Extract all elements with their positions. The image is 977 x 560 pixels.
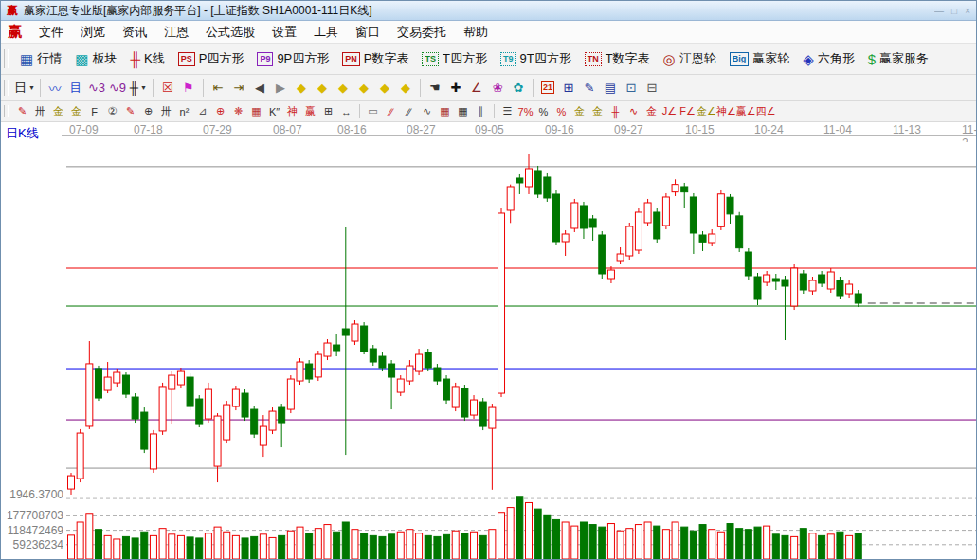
k-backtest-button[interactable]: ☒ [158, 79, 177, 97]
percent-7-button[interactable]: 7% [516, 104, 534, 119]
go-last-button[interactable]: ⇥ [229, 79, 248, 97]
notes-button[interactable]: ✎ [580, 79, 599, 97]
crosshair-button[interactable]: ✚ [446, 79, 465, 97]
j-fan-button[interactable]: J∠ [660, 104, 678, 119]
pencil-2-button[interactable]: ✎ [121, 104, 139, 119]
grid-a-button[interactable]: ▦ [436, 104, 454, 119]
shift-right-button[interactable]: ◆ [313, 79, 332, 97]
bar-tool-button[interactable]: ☰ [498, 104, 516, 119]
shen-ruler-button[interactable]: 神 [283, 104, 301, 119]
t-number-table-button[interactable]: TNT数字表 [578, 50, 657, 67]
k-mark-button[interactable]: K″ [265, 104, 283, 119]
wave-tool-button[interactable]: ∿ [418, 104, 436, 119]
globe-tool-button[interactable]: ✿ [509, 79, 528, 97]
gold-circle-button[interactable]: 金 [570, 104, 588, 119]
pencil-button[interactable]: ✎ [13, 104, 31, 119]
t-square-button[interactable]: TST四方形 [415, 50, 493, 67]
chart-type-button[interactable]: 〰 [45, 79, 64, 97]
zoom-horizontal-button[interactable]: ◆ [334, 79, 353, 97]
menu-item[interactable]: 窗口 [347, 25, 389, 39]
zoom-in-button[interactable]: ◆ [375, 79, 394, 97]
menu-item[interactable]: 浏览 [72, 25, 114, 39]
quotes-button[interactable]: ▦行情 [13, 50, 68, 67]
kline-chart[interactable]: 177708703118472469592362341946.3700 [1, 142, 977, 560]
wave-3-button[interactable]: ∿3 [87, 79, 106, 97]
angle-tool-button[interactable]: ⊿ [193, 104, 211, 119]
fan-lines-button[interactable]: ∕∕ [400, 104, 418, 119]
si-fan-button[interactable]: 四∠ [756, 104, 776, 119]
kline-button[interactable]: ╫K线 [123, 50, 171, 67]
f10-report-button[interactable]: 目 [66, 79, 85, 97]
candle-style-button[interactable]: ╫▼ [129, 79, 148, 97]
parallel-lines-button[interactable]: ∥ [472, 104, 490, 119]
wave-line-button[interactable]: ∿ [624, 104, 642, 119]
shen-fan-button[interactable]: 神∠ [716, 104, 736, 119]
gann-circle-button[interactable]: ⊕ [139, 104, 157, 119]
period-daily-button[interactable]: 日▼ [14, 79, 35, 97]
p-number-table-button[interactable]: PNP数字表 [335, 50, 415, 67]
sectors-button[interactable]: ▩板块 [68, 50, 123, 67]
gold-ruler-2-button[interactable]: 金 [67, 104, 85, 119]
wave-9-button[interactable]: ∿9 [108, 79, 127, 97]
red-fan-button[interactable]: ∕∕ [382, 104, 400, 119]
tick-ruler-button[interactable]: 卅 [157, 104, 175, 119]
span-arrows-button[interactable]: ↔ [337, 104, 355, 119]
next-bar-button[interactable]: ▶ [271, 79, 290, 97]
menu-item[interactable]: 文件 [30, 25, 72, 39]
zoom-fit-button[interactable]: ◆ [396, 79, 415, 97]
menu-item[interactable]: 工具 [305, 25, 347, 39]
menu-item[interactable]: 公式选股 [197, 25, 263, 39]
gold-fan-button[interactable]: 金∠ [697, 104, 716, 119]
volume-flag-button[interactable]: ⚑ [179, 79, 198, 97]
menu-item[interactable]: 江恩 [155, 25, 197, 39]
prev-bar-button[interactable]: ◀ [250, 79, 269, 97]
menu-item[interactable]: 设置 [263, 25, 305, 39]
ying-fan-button[interactable]: 赢∠ [736, 104, 756, 119]
flower-tool-button[interactable]: ❀ [488, 79, 507, 97]
go-first-button[interactable]: ⇤ [208, 79, 227, 97]
grid-123-button[interactable]: ⊞ [319, 104, 337, 119]
frame-tool-button[interactable]: ▭ [364, 104, 382, 119]
p-square-button[interactable]: PSP四方形 [172, 50, 251, 67]
gold-line-button[interactable]: 金 [588, 104, 606, 119]
9p-square-button[interactable]: P99P四方形 [250, 50, 335, 67]
save-button[interactable]: ▤ [601, 79, 620, 97]
kline-chart-area[interactable]: 177708703118472469592362341946.3700 [1, 142, 977, 560]
f-fan-button[interactable]: F∠ [678, 104, 697, 119]
candle-pen-button[interactable]: ╫ [606, 104, 624, 119]
net-update-button[interactable]: ⊡ [622, 79, 641, 97]
zoom-out-button[interactable]: ◆ [354, 79, 373, 97]
calculator-button[interactable]: ⊞ [559, 79, 578, 97]
winner-wheel-button[interactable]: Big赢家轮 [723, 50, 797, 67]
grid-b-button[interactable]: ▦ [454, 104, 472, 119]
menu-item[interactable]: 资讯 [114, 25, 155, 39]
star-tool-button[interactable]: ❋ [229, 104, 247, 119]
shift-left-button[interactable]: ◆ [292, 79, 311, 97]
gann-wheel-button[interactable]: ◎江恩轮 [657, 50, 723, 67]
calendar-button[interactable]: 21 [538, 79, 557, 97]
winner-service-button[interactable]: $赢家服务 [861, 50, 935, 67]
ruler-button[interactable]: 卅 [31, 104, 49, 119]
n2-ruler-button[interactable]: n² [175, 104, 193, 119]
minimize-button[interactable]: — [934, 6, 944, 16]
gold-ruler-button[interactable]: 金 [49, 104, 67, 119]
two-ruler-button[interactable]: ② [103, 104, 121, 119]
hand-tool-button[interactable]: ☚ [425, 79, 444, 97]
percent-line-button[interactable]: % [552, 104, 570, 119]
trend-angle-button[interactable]: ∠ [467, 79, 486, 97]
ying-ruler-button[interactable]: 赢 [301, 104, 319, 119]
date-label: 11-04 [823, 123, 852, 136]
hexagon-button[interactable]: ◈六角形 [796, 50, 861, 67]
dropdown-arrow-icon: ▼ [28, 84, 35, 91]
percent-button[interactable]: % [534, 104, 552, 119]
close-button[interactable]: × [965, 6, 970, 16]
maximize-button[interactable]: □ [951, 6, 957, 16]
gold-red-line-button[interactable]: 金 [642, 104, 660, 119]
9t-square-button[interactable]: T99T四方形 [494, 50, 578, 67]
menu-item[interactable]: 交易委托 [389, 25, 455, 39]
print-button[interactable]: ⊟ [642, 79, 661, 97]
gann-box-button[interactable]: ▦ [247, 104, 265, 119]
gann-cross-button[interactable]: ⊕ [211, 104, 229, 119]
f-ruler-button[interactable]: F [85, 104, 103, 119]
menu-item[interactable]: 帮助 [455, 25, 497, 39]
